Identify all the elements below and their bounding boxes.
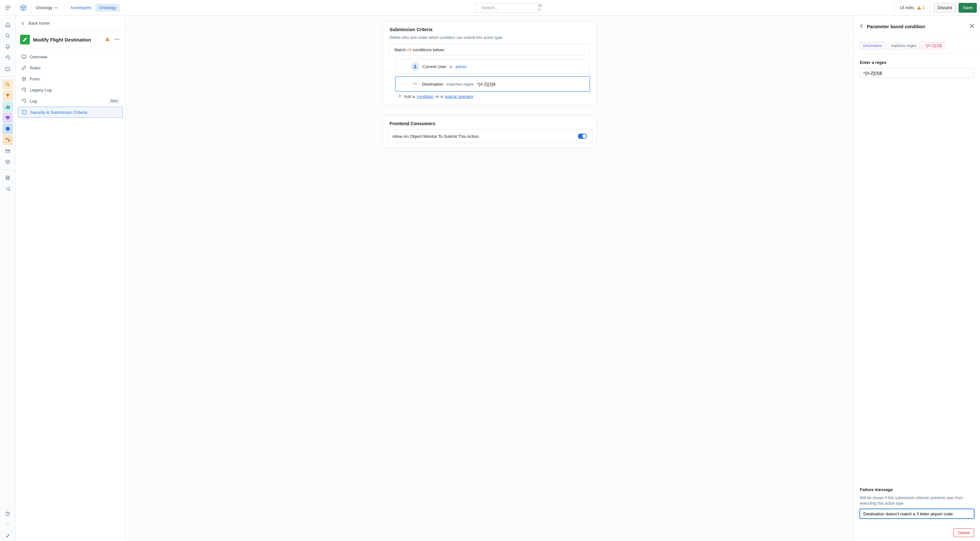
- nav-legacy-log[interactable]: Legacy Log: [18, 85, 123, 95]
- nav-form[interactable]: Form: [18, 73, 123, 84]
- svg-point-23: [25, 78, 25, 80]
- svg-point-15: [6, 523, 10, 527]
- entity-more-menu[interactable]: [113, 35, 121, 44]
- rail-user[interactable]: [3, 520, 13, 530]
- shield-icon: [22, 110, 27, 115]
- panel-back[interactable]: [860, 24, 863, 29]
- beta-badge: Beta: [109, 99, 119, 104]
- svg-rect-9: [7, 119, 8, 120]
- discard-button[interactable]: Discard: [933, 3, 956, 13]
- rail-explore[interactable]: [3, 80, 13, 90]
- right-panel: Parameter based condition Destination ma…: [854, 16, 980, 541]
- match-mode-selector[interactable]: Match All conditions below:: [390, 44, 590, 56]
- menu-toggle[interactable]: [0, 0, 16, 16]
- pencil-icon: [22, 37, 27, 42]
- add-logical-operator-link[interactable]: logical operator: [445, 94, 474, 99]
- rail-home[interactable]: [3, 19, 13, 30]
- entity-title: Modify Flight Destination: [33, 37, 102, 43]
- svg-point-18: [115, 38, 116, 40]
- quote-icon: [411, 80, 419, 88]
- rail-globe[interactable]: [3, 172, 13, 183]
- arrow-left-icon: [21, 21, 25, 26]
- left-panel: Back home Modify Flight Destination Over…: [16, 16, 126, 541]
- add-condition-link[interactable]: condition: [417, 94, 434, 99]
- back-home[interactable]: Back home: [16, 16, 126, 31]
- svg-rect-17: [107, 40, 108, 40]
- toggle-label: Allow An Object Monitor To Submit This A…: [393, 134, 479, 139]
- left-rail: [0, 16, 16, 541]
- frontend-consumers-card: Frontend Consumers Allow An Object Monit…: [383, 115, 597, 148]
- rail-shuffle[interactable]: [3, 184, 13, 194]
- chip-operator[interactable]: matches regex: [888, 42, 920, 49]
- chip-parameter[interactable]: Destination: [860, 42, 886, 49]
- monitor-icon: [21, 54, 27, 59]
- nav-rules[interactable]: Rules: [18, 62, 123, 73]
- search-input[interactable]: [482, 5, 536, 10]
- failure-message-input[interactable]: [860, 509, 974, 519]
- regex-label: Enter a regex: [860, 60, 974, 65]
- svg-point-22: [23, 77, 24, 78]
- warnings-badge: 1: [917, 5, 924, 10]
- card-title: Submission Criteria: [383, 22, 596, 35]
- svg-point-24: [23, 80, 24, 81]
- rail-pipelines[interactable]: [3, 135, 13, 145]
- tab-ontology[interactable]: Ontology: [95, 3, 120, 12]
- rail-notifications[interactable]: [3, 41, 13, 52]
- center-content: Submission Criteria Define who and under…: [126, 16, 854, 541]
- rail-datasets[interactable]: [3, 146, 13, 156]
- brand-icon[interactable]: [16, 0, 31, 16]
- svg-rect-7: [9, 106, 10, 109]
- search-shortcut: ⌘ K: [539, 3, 542, 12]
- rail-search[interactable]: [3, 30, 13, 41]
- panel-close[interactable]: [970, 24, 974, 29]
- submission-criteria-card: Submission Criteria Define who and under…: [383, 21, 597, 105]
- global-search[interactable]: ⌘ K: [476, 3, 539, 13]
- warning-icon: [917, 5, 921, 10]
- svg-rect-21: [22, 55, 26, 58]
- workspace-label: Ontology: [36, 5, 52, 10]
- edits-indicator[interactable]: 18 edits 1: [894, 0, 931, 15]
- entity-header: Modify Flight Destination: [16, 31, 126, 48]
- nav-overview[interactable]: Overview: [18, 51, 123, 62]
- rail-monitor[interactable]: [3, 113, 13, 123]
- condition-row-destination[interactable]: ⋮⋮ Destination matches regex ^[A-Z]{3}$: [395, 77, 590, 91]
- tab-archetypes[interactable]: Archetypes: [67, 3, 95, 12]
- rail-history[interactable]: [3, 53, 13, 63]
- delete-button[interactable]: Delete: [953, 528, 974, 537]
- object-monitor-toggle[interactable]: [578, 134, 587, 139]
- regex-input[interactable]: [860, 68, 974, 78]
- drag-handle-icon[interactable]: ⋮⋮: [399, 64, 408, 69]
- failure-message-label: Failure message: [860, 487, 974, 492]
- rail-files[interactable]: [3, 64, 13, 74]
- svg-point-20: [118, 38, 119, 40]
- condition-summary-chips: Destination matches regex ^[A-Z]{3}$: [854, 38, 980, 54]
- object-monitor-toggle-row: Allow An Object Monitor To Submit This A…: [387, 129, 592, 143]
- failure-message-desc: Will be shown if this submission criteri…: [860, 495, 974, 506]
- save-button[interactable]: Save: [959, 3, 977, 13]
- svg-rect-8: [6, 116, 10, 119]
- rail-analytics[interactable]: [3, 102, 13, 112]
- rail-help[interactable]: [3, 509, 13, 519]
- rail-packages[interactable]: [3, 156, 13, 167]
- pencil-icon: [21, 65, 27, 70]
- edits-count: 18 edits: [900, 5, 915, 10]
- svg-point-4: [6, 83, 9, 86]
- topbar: Ontology Archetypes Ontology ⌘ K 18 edit…: [0, 0, 980, 16]
- chip-value[interactable]: ^[A-Z]{3}$: [922, 42, 945, 49]
- condition-row-user[interactable]: ⋮⋮ Current User is admin: [395, 59, 590, 74]
- action-type-icon: [20, 35, 30, 45]
- history-icon: [21, 98, 27, 104]
- rail-ontology[interactable]: [3, 124, 13, 134]
- entity-warning-icon[interactable]: [105, 37, 110, 43]
- nav-log[interactable]: Log Beta: [18, 96, 123, 106]
- chevron-left-icon: [860, 24, 863, 28]
- svg-point-19: [117, 38, 118, 40]
- nav-security[interactable]: Security & Submission Criteria: [18, 107, 123, 118]
- card-title: Frontend Consumers: [383, 116, 596, 129]
- sliders-icon: [21, 76, 27, 81]
- workspace-selector[interactable]: Ontology: [31, 5, 62, 10]
- rail-funnel[interactable]: [3, 91, 13, 101]
- svg-rect-11: [8, 140, 10, 141]
- rail-expand[interactable]: [3, 531, 13, 541]
- drag-handle-icon[interactable]: ⋮⋮: [399, 82, 408, 86]
